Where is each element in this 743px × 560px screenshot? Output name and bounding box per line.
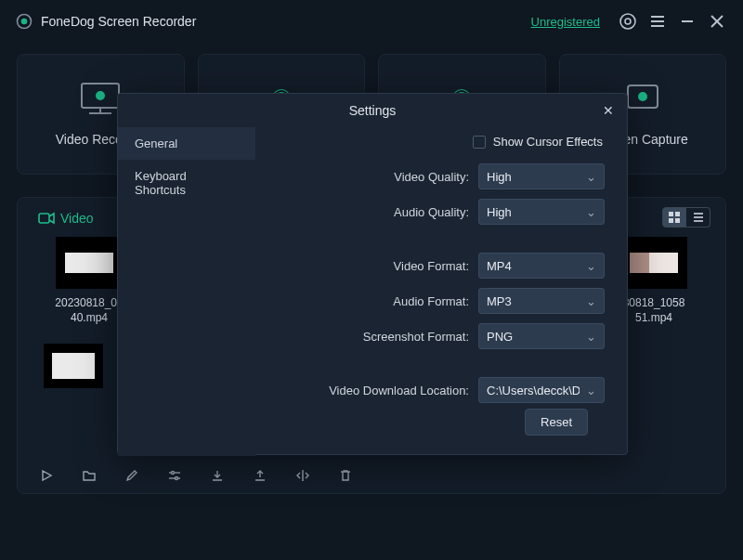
svg-point-3 — [625, 19, 631, 24]
view-toggle — [662, 207, 710, 228]
download-location-label: Video Download Location: — [329, 384, 469, 397]
library-tab-video[interactable]: Video — [38, 211, 94, 226]
menu-icon[interactable] — [646, 10, 669, 33]
thumbnail — [56, 237, 123, 289]
chevron-down-icon: ⌄ — [586, 259, 596, 273]
settings-nav: General Keyboard Shortcuts — [118, 127, 255, 456]
cursor-effects-label: Show Cursor Effects — [493, 135, 603, 149]
svg-point-28 — [176, 477, 178, 480]
svg-point-27 — [172, 472, 175, 475]
split-icon[interactable] — [294, 467, 311, 484]
unregistered-link[interactable]: Unregistered — [531, 15, 600, 29]
modal-title: Settings ✕ — [118, 94, 627, 127]
edit-icon[interactable] — [124, 467, 140, 484]
video-format-select[interactable]: MP4⌄ — [478, 253, 605, 279]
grid-view-button[interactable] — [662, 207, 686, 228]
thumbnail[interactable] — [44, 344, 103, 388]
download-location-field[interactable]: C:\Users\decck\Do⌄ — [478, 377, 605, 403]
folder-icon[interactable] — [81, 467, 98, 484]
reset-button[interactable]: Reset — [525, 409, 588, 436]
app-logo-wrap: FoneDog Screen Recorder — [15, 12, 196, 31]
svg-rect-19 — [669, 218, 673, 223]
minimize-icon[interactable] — [676, 10, 698, 33]
svg-point-1 — [21, 19, 28, 25]
sliders-icon[interactable] — [166, 467, 183, 484]
trash-icon[interactable] — [337, 467, 354, 484]
nav-general[interactable]: General — [118, 127, 255, 160]
audio-quality-select[interactable]: High⌄ — [478, 199, 605, 225]
audio-format-label: Audio Format: — [393, 294, 469, 308]
video-quality-select[interactable]: High⌄ — [478, 163, 605, 189]
svg-point-15 — [638, 92, 647, 101]
library-toolbar — [38, 467, 354, 484]
svg-point-13 — [96, 91, 105, 100]
settings-gear-icon[interactable] — [617, 10, 639, 33]
settings-modal: Settings ✕ General Keyboard Shortcuts Sh… — [117, 93, 628, 455]
screenshot-format-label: Screenshot Format: — [363, 330, 469, 344]
cursor-effects-checkbox[interactable] — [473, 136, 486, 149]
app-title: FoneDog Screen Recorder — [41, 14, 196, 29]
play-icon[interactable] — [38, 467, 55, 484]
thumbnail — [620, 237, 687, 289]
app-logo-icon — [15, 12, 33, 31]
close-icon[interactable] — [706, 10, 728, 33]
chevron-down-icon: ⌄ — [586, 330, 596, 344]
share-icon[interactable] — [252, 467, 268, 484]
settings-content: Show Cursor Effects Video Quality: High⌄… — [255, 127, 627, 456]
svg-rect-17 — [669, 212, 673, 216]
audio-format-select[interactable]: MP3⌄ — [478, 288, 605, 314]
nav-keyboard-shortcuts[interactable]: Keyboard Shortcuts — [118, 160, 255, 206]
download-icon[interactable] — [209, 467, 226, 484]
svg-rect-20 — [675, 218, 680, 223]
chevron-down-icon: ⌄ — [586, 294, 596, 308]
svg-rect-16 — [39, 214, 49, 223]
video-quality-label: Video Quality: — [394, 170, 469, 184]
list-view-button[interactable] — [686, 207, 710, 228]
chevron-down-icon: ⌄ — [586, 205, 596, 219]
svg-point-2 — [620, 14, 635, 29]
chevron-down-icon: ⌄ — [586, 384, 596, 397]
title-bar: FoneDog Screen Recorder Unregistered — [0, 0, 743, 43]
modal-close-button[interactable]: ✕ — [603, 103, 614, 118]
svg-rect-18 — [675, 212, 680, 216]
audio-quality-label: Audio Quality: — [394, 205, 469, 219]
video-format-label: Video Format: — [394, 259, 469, 273]
chevron-down-icon: ⌄ — [586, 170, 596, 184]
svg-marker-24 — [43, 471, 51, 480]
screenshot-format-select[interactable]: PNG⌄ — [478, 323, 605, 349]
